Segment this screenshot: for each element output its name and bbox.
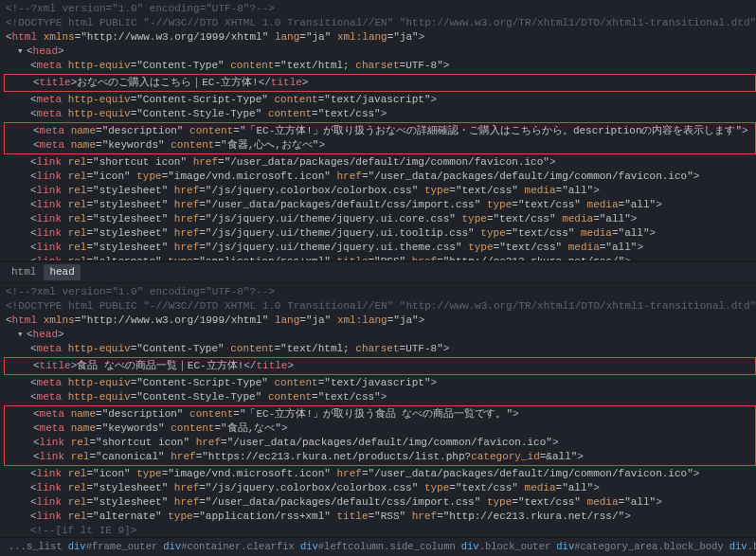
code-line[interactable]: <meta name="description" content="「EC-立方…: [7, 407, 753, 421]
code-line[interactable]: <meta http-equiv="Content-Style-Type" co…: [4, 390, 756, 404]
code-line[interactable]: <link rel="stylesheet" href="/js/jquery.…: [4, 226, 756, 241]
code-line[interactable]: <link rel="shortcut icon" href="/user_da…: [7, 436, 753, 450]
breadcrumb: htmlhead: [0, 261, 756, 283]
status-path-segment[interactable]: div#container.clearfix: [160, 540, 297, 554]
code-line[interactable]: <link rel="icon" type="image/vnd.microso…: [4, 467, 756, 481]
code-line[interactable]: <html xmlns="http://www.w3.org/1999/xhtm…: [4, 314, 756, 328]
code-line[interactable]: <meta http-equiv="Content-Script-Type" c…: [4, 93, 756, 107]
status-path-segment[interactable]: div#leftcolumn.side_column: [297, 540, 459, 554]
status-path-segment[interactable]: div.block_body: [727, 540, 756, 554]
code-line[interactable]: <link rel="stylesheet" href="/user_data/…: [4, 198, 756, 212]
highlight-box-bot-1: <title>食品 なべの商品一覧｜EC-立方体!</title>: [4, 357, 756, 375]
code-line[interactable]: <!--[if lt IE 9]>: [4, 524, 756, 537]
code-line[interactable]: <title>おなべのご購入はこちら｜EC-立方体!</title>: [7, 76, 753, 90]
code-line[interactable]: <!--?xml version="1.0" encoding="UTF-8"?…: [4, 2, 756, 16]
code-line[interactable]: <link rel="stylesheet" href="/js/jquery.…: [4, 481, 756, 495]
code-line[interactable]: <link rel="stylesheet" href="/js/jquery.…: [4, 212, 756, 226]
code-line[interactable]: <link rel="shortcut icon" href="/user_da…: [4, 155, 756, 170]
highlight-box-top-1: <title>おなべのご購入はこちら｜EC-立方体!</title>: [4, 74, 756, 92]
breadcrumb-item[interactable]: head: [44, 264, 80, 280]
code-line[interactable]: <link rel="canonical" href="https://ec21…: [7, 450, 753, 464]
code-line[interactable]: <meta name="keywords" content="食器,心へ,おなべ…: [7, 138, 753, 152]
code-line[interactable]: <!--?xml version="1.0" encoding="UTF-8"?…: [4, 285, 756, 299]
code-pane-top[interactable]: <!--?xml version="1.0" encoding="UTF-8"?…: [0, 0, 756, 260]
code-line[interactable]: <link rel="icon" type="image/vnd.microso…: [4, 170, 756, 184]
code-line[interactable]: <meta http-equiv="Content-Type" content=…: [4, 342, 756, 356]
code-line[interactable]: <!DOCTYPE html PUBLIC "-//W3C//DTD XHTML…: [4, 299, 756, 314]
code-pane-bottom[interactable]: <!--?xml version="1.0" encoding="UTF-8"?…: [0, 283, 756, 537]
code-line[interactable]: <title>食品 なべの商品一覧｜EC-立方体!</title>: [7, 359, 753, 373]
dom-path-statusbar[interactable]: ...s_listdiv#frame_outerdiv#container.cl…: [0, 537, 756, 556]
code-line[interactable]: <link rel="stylesheet" href="/user_data/…: [4, 495, 756, 510]
code-line[interactable]: ▾<head>: [4, 328, 756, 342]
code-line[interactable]: <link rel="stylesheet" href="/js/jquery.…: [4, 184, 756, 198]
code-line[interactable]: <link rel="alternate" type="application/…: [4, 510, 756, 524]
code-line[interactable]: <meta http-equiv="Content-Style-Type" co…: [4, 107, 756, 121]
code-line[interactable]: <link rel="stylesheet" href="/js/jquery.…: [4, 241, 756, 255]
code-line[interactable]: ▾<head>: [4, 45, 756, 59]
code-line[interactable]: <meta http-equiv="Content-Type" content=…: [4, 59, 756, 73]
highlight-box-top-2: <meta name="description" content="「EC-立方…: [4, 122, 756, 154]
status-path-segment[interactable]: ...s_list: [6, 540, 65, 554]
status-path-segment[interactable]: div#frame_outer: [65, 540, 161, 554]
status-path-segment[interactable]: div.block_outer: [459, 540, 554, 554]
code-line[interactable]: <meta http-equiv="Content-Script-Type" c…: [4, 376, 756, 390]
code-line[interactable]: <meta name="description" content="「EC-立方…: [7, 124, 753, 138]
status-path-segment[interactable]: div#category_area.block_body: [553, 540, 726, 554]
code-line[interactable]: <!DOCTYPE html PUBLIC "-//W3C//DTD XHTML…: [4, 16, 756, 30]
code-line[interactable]: <meta name="keywords" content="食品,なべ">: [7, 421, 753, 436]
code-line[interactable]: <html xmlns="http://www.w3.org/1999/xhtm…: [4, 30, 756, 45]
breadcrumb-item[interactable]: html: [6, 264, 42, 280]
highlight-box-bot-2: <meta name="description" content="「EC-立方…: [4, 405, 756, 466]
